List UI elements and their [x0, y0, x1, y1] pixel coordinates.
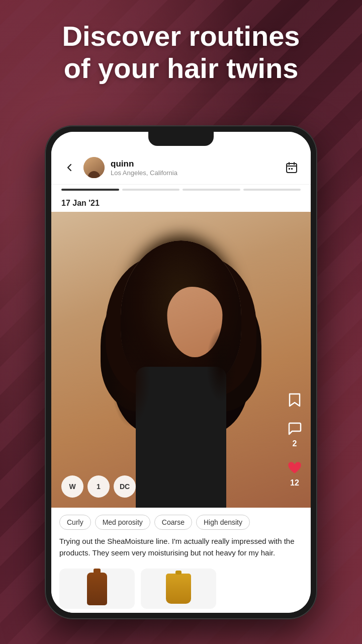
photo-area: 2 12 W 1 DC: [51, 212, 311, 508]
heart-count: 12: [290, 478, 299, 488]
user-location: Los Angeles, California: [111, 169, 277, 177]
product-bottle-icon: [87, 573, 107, 605]
hero-title: Discover routines of your hair twins: [20, 20, 342, 85]
heart-icon: [286, 458, 304, 476]
progress-bar-3: [183, 189, 240, 191]
tag-curly[interactable]: Curly: [59, 515, 91, 530]
badge-w: W: [61, 475, 83, 498]
tag-coarse[interactable]: Coarse: [154, 515, 192, 530]
badge-dc: DC: [114, 475, 136, 498]
comment-icon: [286, 419, 304, 437]
tags-row: Curly Med porosity Coarse High density: [51, 508, 311, 535]
progress-bar-1: [61, 189, 119, 191]
tag-high-density[interactable]: High density: [196, 515, 250, 530]
hair-curl-right: [206, 327, 236, 403]
svg-rect-1: [289, 168, 290, 170]
progress-bar-2: [122, 189, 180, 191]
tag-med-porosity[interactable]: Med porosity: [95, 515, 150, 530]
side-actions: 2 12: [286, 391, 304, 488]
product-card-2[interactable]: [141, 569, 216, 609]
products-row: [51, 565, 311, 613]
comment-count: 2: [293, 439, 297, 448]
person-photo: [101, 226, 261, 508]
bookmark-button[interactable]: [286, 391, 304, 409]
heart-button[interactable]: 12: [286, 458, 304, 488]
hero-section: Discover routines of your hair twins: [0, 20, 362, 85]
username: quinn: [111, 159, 277, 169]
photo-background: [51, 212, 311, 508]
progress-bar-4: [243, 189, 301, 191]
comment-button[interactable]: 2: [286, 419, 304, 448]
badge-1: 1: [87, 475, 110, 498]
user-info: quinn Los Angeles, California: [111, 159, 277, 177]
avatar: [83, 157, 105, 178]
phone-screen: quinn Los Angeles, California: [51, 132, 311, 613]
bookmark-icon: [286, 391, 304, 409]
post-badges: W 1 DC: [61, 475, 136, 498]
hair-curl-left: [111, 327, 151, 428]
back-button[interactable]: [61, 159, 77, 176]
product-card-1[interactable]: [59, 569, 135, 609]
phone-frame: quinn Los Angeles, California: [45, 126, 317, 619]
calendar-button[interactable]: [283, 158, 301, 177]
phone-notch: [148, 132, 214, 146]
post-date: 17 Jan '21: [51, 195, 311, 212]
progress-bars: [51, 185, 311, 195]
post-description: Trying out the SheaMoisture line. I'm ac…: [51, 535, 311, 565]
phone-mockup: quinn Los Angeles, California: [45, 126, 317, 619]
product-tube-icon: [166, 574, 191, 604]
svg-rect-2: [291, 168, 293, 170]
